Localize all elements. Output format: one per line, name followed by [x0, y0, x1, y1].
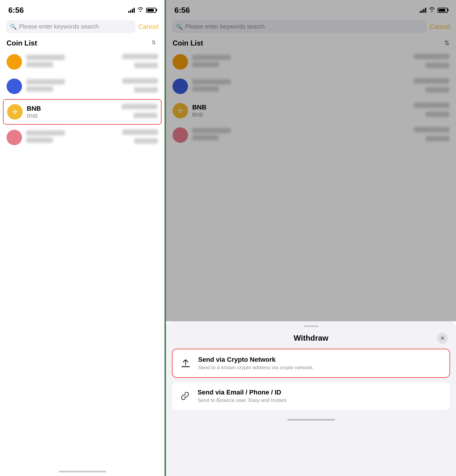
coin-list-title-left: Coin List	[7, 39, 37, 47]
sort-icon-left[interactable]: ⇅	[151, 39, 158, 47]
coin-icon	[7, 54, 22, 70]
search-icon-right: 🔍	[176, 24, 183, 30]
bnb-symbol: BNB	[27, 113, 122, 119]
email-option-text: Send via Email / Phone / ID Send to Bina…	[198, 389, 287, 403]
home-indicator-left	[0, 466, 164, 476]
svg-rect-3	[181, 366, 190, 367]
battery-icon-left	[146, 8, 156, 13]
send-via-email-option[interactable]: Send via Email / Phone / ID Send to Bina…	[172, 382, 450, 410]
status-icons-left	[128, 7, 156, 13]
coin-list-header-right: Coin List ⇅	[166, 35, 456, 50]
search-placeholder-left: Please enter keywords search	[19, 23, 99, 30]
sheet-options: Send via Crypto Network Send to a known …	[166, 349, 456, 410]
coin-right	[122, 129, 158, 145]
signal-icon-left	[128, 7, 135, 13]
crypto-option-text: Send via Crypto Network Send to a known …	[198, 356, 314, 371]
sheet-header: Withdraw ✕	[166, 329, 456, 349]
cancel-button-left[interactable]: Cancel	[138, 23, 159, 31]
upload-icon	[178, 356, 193, 370]
search-bar-left: 🔍 Please enter keywords search Cancel	[0, 18, 164, 35]
coin-right	[414, 78, 449, 94]
list-item[interactable]	[3, 74, 162, 98]
coin-list-left: BNB BNB	[0, 50, 164, 466]
coin-info	[26, 55, 122, 69]
close-sheet-button[interactable]: ✕	[437, 333, 448, 344]
link-icon	[178, 389, 192, 403]
coin-info	[192, 79, 414, 93]
left-panel: 6:56 🔍 Please enter keywords search Canc…	[0, 0, 164, 476]
list-item[interactable]	[3, 125, 162, 150]
coin-list-title-right: Coin List	[173, 39, 203, 47]
coin-info	[192, 128, 414, 142]
withdraw-sheet: Withdraw ✕ Send via Crypto Network Send …	[166, 321, 456, 476]
cancel-button-right[interactable]: Cancel	[430, 23, 450, 31]
bnb-coin-info-right: BNB BNB	[192, 104, 414, 118]
coin-icon	[173, 54, 188, 70]
coin-right	[122, 78, 158, 94]
search-placeholder-right: Please enter keywords search	[185, 23, 265, 30]
list-item[interactable]	[169, 123, 453, 147]
bnb-name-right: BNB	[192, 104, 414, 111]
bnb-coin-info: BNB BNB	[27, 105, 122, 119]
list-item[interactable]	[3, 50, 162, 74]
status-icons-right	[420, 7, 448, 13]
status-bar-left: 6:56	[0, 0, 164, 18]
svg-text:⇅: ⇅	[151, 40, 156, 46]
send-via-crypto-option[interactable]: Send via Crypto Network Send to a known …	[172, 349, 450, 378]
bnb-list-item-right[interactable]: BNB BNB	[169, 98, 453, 123]
coin-list-header-left: Coin List ⇅	[0, 35, 164, 50]
sort-icon-right[interactable]: ⇅	[444, 39, 449, 47]
email-option-title: Send via Email / Phone / ID	[198, 389, 287, 396]
bnb-coin-icon	[7, 104, 23, 120]
wifi-icon-left	[137, 7, 144, 13]
home-indicator-right	[166, 410, 456, 424]
signal-icon-right	[420, 7, 426, 13]
coin-right	[414, 127, 449, 143]
bnb-symbol-right: BNB	[192, 112, 414, 118]
sheet-handle	[166, 321, 456, 329]
bnb-list-item[interactable]: BNB BNB	[3, 99, 162, 125]
list-item[interactable]	[169, 74, 453, 98]
coin-right	[414, 54, 449, 70]
status-time-left: 6:56	[8, 6, 24, 15]
crypto-option-title: Send via Crypto Network	[198, 356, 314, 364]
sheet-title: Withdraw	[294, 333, 328, 343]
wifi-icon-right	[429, 7, 435, 13]
coin-icon	[7, 79, 22, 94]
status-time-right: 6:56	[174, 6, 190, 15]
coin-icon	[173, 79, 188, 94]
bnb-coin-icon-right	[173, 103, 188, 118]
bnb-right	[122, 104, 157, 120]
coin-icon	[173, 127, 188, 143]
search-bar-right: 🔍 Please enter keywords search Cancel	[166, 18, 456, 35]
coin-right	[122, 54, 158, 70]
coin-info	[26, 130, 122, 145]
search-input-right[interactable]: 🔍 Please enter keywords search	[172, 20, 427, 33]
search-input-left[interactable]: 🔍 Please enter keywords search	[6, 20, 135, 33]
coin-info	[26, 79, 122, 93]
bnb-name: BNB	[27, 105, 122, 112]
coin-info	[192, 55, 414, 69]
crypto-option-desc: Send to a known crypto address via crypt…	[198, 365, 314, 371]
status-bar-right: 6:56	[166, 0, 456, 18]
coin-icon	[7, 130, 22, 145]
battery-icon-right	[438, 8, 448, 13]
list-item[interactable]	[169, 50, 453, 74]
bnb-right-r	[414, 103, 449, 119]
search-icon-left: 🔍	[10, 24, 17, 30]
email-option-desc: Send to Binance user. Easy and Instant.	[198, 397, 287, 403]
right-panel: 6:56 🔍 Pl	[166, 0, 456, 476]
